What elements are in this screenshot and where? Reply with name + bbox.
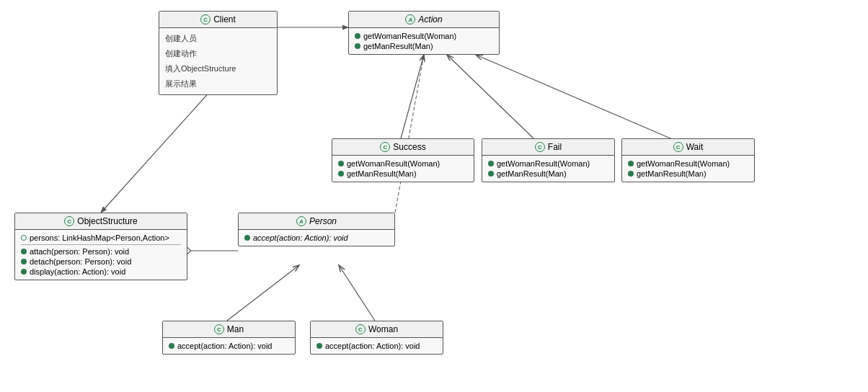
svg-line-8: [339, 265, 375, 321]
person-body: accept(action: Action): void: [239, 230, 394, 246]
objectstructure-field: persons: LinkHashMap<Person,Action>: [21, 233, 181, 243]
method-dot: [355, 43, 360, 49]
wait-body: getWomanResult(Woman) getManResult(Man): [622, 156, 754, 182]
fail-label: Fail: [548, 142, 562, 152]
action-header: A Action: [349, 12, 499, 28]
svg-line-5: [447, 55, 533, 138]
divider: [21, 244, 181, 245]
method-dot: [21, 259, 27, 264]
person-method-1: accept(action: Action): void: [244, 233, 389, 243]
objectstructure-label: ObjectStructure: [77, 216, 137, 226]
method-dot: [338, 171, 344, 177]
client-label: Client: [213, 14, 236, 24]
woman-body: accept(action: Action): void: [311, 338, 443, 354]
objectstructure-method-2: detach(person: Person): void: [21, 257, 181, 267]
success-label: Success: [393, 142, 425, 152]
client-note-3: 填入ObjectStructure: [165, 61, 271, 76]
diagram-container: C Client 创建人员 创建动作 填入ObjectStructure 展示结…: [0, 0, 868, 392]
objectstructure-method-3: display(action: Action): void: [21, 267, 181, 277]
objectstructure-body: persons: LinkHashMap<Person,Action> atta…: [15, 230, 187, 280]
wait-label: Wait: [686, 142, 704, 152]
person-box: A Person accept(action: Action): void: [238, 213, 395, 246]
method-dot: [244, 235, 250, 241]
success-icon: C: [380, 142, 390, 152]
field-dot: [21, 235, 27, 241]
wait-method-1: getWomanResult(Woman): [628, 159, 748, 169]
success-method-1: getWomanResult(Woman): [338, 159, 468, 169]
svg-line-7: [227, 265, 299, 321]
client-box: C Client 创建人员 创建动作 填入ObjectStructure 展示结…: [159, 11, 278, 95]
objectstructure-icon: C: [64, 216, 74, 226]
client-note-2: 创建动作: [165, 46, 271, 61]
fail-method-2: getManResult(Man): [488, 169, 608, 179]
fail-box: C Fail getWomanResult(Woman) getManResul…: [482, 138, 615, 182]
man-box: C Man accept(action: Action): void: [162, 321, 296, 355]
svg-line-9: [395, 55, 424, 213]
wait-icon: C: [673, 142, 683, 152]
action-body: getWomanResult(Woman) getManResult(Man): [349, 28, 499, 54]
person-icon: A: [296, 216, 306, 226]
objectstructure-method-1: attach(person: Person): void: [21, 246, 181, 257]
man-header: C Man: [163, 321, 295, 338]
person-label: Person: [309, 216, 337, 226]
woman-icon: C: [355, 324, 366, 334]
person-header: A Person: [239, 213, 394, 230]
man-label: Man: [227, 324, 244, 334]
method-dot: [355, 33, 360, 39]
man-method-1: accept(action: Action): void: [169, 341, 289, 351]
man-body: accept(action: Action): void: [163, 338, 295, 354]
fail-header: C Fail: [482, 139, 614, 156]
objectstructure-box: C ObjectStructure persons: LinkHashMap<P…: [14, 213, 187, 280]
wait-method-2: getManResult(Man): [628, 169, 748, 179]
fail-icon: C: [535, 142, 545, 152]
success-header: C Success: [332, 139, 474, 156]
method-dot: [628, 171, 634, 177]
action-method-1: getWomanResult(Woman): [355, 31, 493, 41]
man-icon: C: [214, 324, 224, 334]
method-dot: [338, 161, 344, 166]
woman-label: Woman: [368, 324, 398, 334]
woman-header: C Woman: [311, 321, 443, 338]
action-icon: A: [405, 14, 415, 24]
client-icon: C: [200, 14, 211, 24]
woman-method-1: accept(action: Action): void: [316, 341, 437, 351]
fail-method-1: getWomanResult(Woman): [488, 159, 608, 169]
client-body: 创建人员 创建动作 填入ObjectStructure 展示结果: [159, 28, 277, 94]
fail-body: getWomanResult(Woman) getManResult(Man): [482, 156, 614, 182]
client-note-1: 创建人员: [165, 31, 271, 46]
wait-header: C Wait: [622, 139, 754, 156]
method-dot: [628, 161, 634, 166]
method-dot: [21, 269, 27, 275]
success-method-2: getManResult(Man): [338, 169, 468, 179]
method-dot: [488, 161, 494, 166]
method-dot: [21, 249, 27, 254]
objectstructure-header: C ObjectStructure: [15, 213, 187, 230]
client-note-4: 展示结果: [165, 76, 271, 92]
method-dot: [316, 343, 322, 349]
woman-box: C Woman accept(action: Action): void: [310, 321, 443, 355]
success-box: C Success getWomanResult(Woman) getManRe…: [332, 138, 474, 182]
success-body: getWomanResult(Woman) getManResult(Man): [332, 156, 474, 182]
svg-line-4: [401, 55, 424, 138]
action-method-2: getManResult(Man): [355, 41, 493, 51]
client-header: C Client: [159, 12, 277, 28]
method-dot: [169, 343, 174, 349]
svg-line-2: [101, 83, 218, 213]
action-label: Action: [418, 14, 442, 24]
action-box: A Action getWomanResult(Woman) getManRes…: [348, 11, 500, 55]
svg-line-6: [476, 55, 670, 138]
wait-box: C Wait getWomanResult(Woman) getManResul…: [621, 138, 755, 182]
method-dot: [488, 171, 494, 177]
